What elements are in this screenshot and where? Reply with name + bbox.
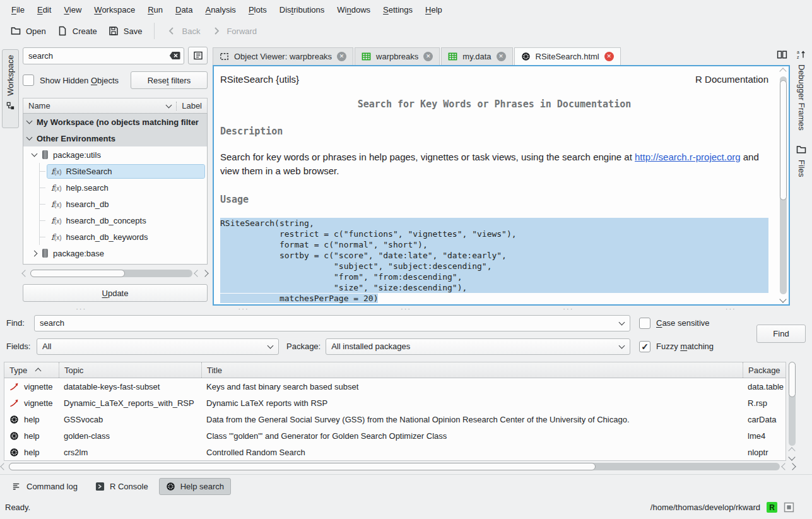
debugger-frames-dock-tab[interactable]: Debugger Frames xyxy=(796,49,806,131)
usage-code-block[interactable]: RSiteSearch(string, restrict = c("functi… xyxy=(220,218,768,304)
scrollbar-thumb[interactable] xyxy=(9,463,596,470)
result-type[interactable]: vignette xyxy=(4,378,59,395)
horizontal-splitter[interactable]: ··············· xyxy=(0,306,812,311)
package-combobox[interactable]: All installed packages xyxy=(326,338,630,355)
menu-data[interactable]: Data xyxy=(169,3,199,17)
menu-view[interactable]: View xyxy=(57,3,88,17)
fuzzy-matching-checkbox[interactable] xyxy=(639,341,650,352)
chevron-down-icon[interactable] xyxy=(26,118,33,124)
name-column-header[interactable]: Name xyxy=(28,101,50,110)
tree-item-hsearch-db-concepts[interactable]: f(x)hsearch_db_concepts xyxy=(40,212,207,229)
chevron-down-icon[interactable] xyxy=(26,134,33,141)
result-title[interactable]: Controlled Random Search xyxy=(201,444,743,460)
workspace-dock-tab[interactable]: Workspace xyxy=(2,49,19,128)
topic-column-header[interactable]: Topic xyxy=(59,362,201,378)
type-column-header[interactable]: Type xyxy=(4,362,59,378)
menu-help[interactable]: Help xyxy=(419,3,449,17)
tree-item-rsitesearch[interactable]: f(x)RSiteSearch xyxy=(40,163,207,179)
help-search-tab[interactable]: Help search xyxy=(159,478,231,495)
tree-section-other-environments[interactable]: Other Environments xyxy=(23,130,207,146)
result-title[interactable]: Data from the General Social Survey (GSS… xyxy=(201,411,743,427)
menu-bar: File Edit View Workspace Run Data Analys… xyxy=(0,0,812,19)
scrollbar-thumb[interactable] xyxy=(780,80,787,200)
scroll-down-arrow[interactable] xyxy=(779,295,786,302)
chevron-down-icon[interactable] xyxy=(32,151,38,157)
close-icon[interactable] xyxy=(337,52,346,61)
find-combobox[interactable] xyxy=(34,315,630,331)
scroll-left-arrow[interactable] xyxy=(194,270,201,277)
tree-item-hsearch-db-keywords[interactable]: f(x)hsearch_db_keywords xyxy=(40,229,207,245)
fields-combobox[interactable]: All xyxy=(37,338,279,355)
menu-file[interactable]: File xyxy=(5,3,31,17)
tree-item-hsearch-db[interactable]: f(x)hsearch_db xyxy=(40,196,207,212)
close-icon[interactable] xyxy=(604,52,614,61)
result-topic[interactable]: crs2lm xyxy=(59,444,201,460)
scroll-up-arrow[interactable] xyxy=(779,68,786,75)
title-column-header[interactable]: Title xyxy=(201,362,743,378)
result-type[interactable]: help xyxy=(4,427,59,444)
scroll-left-arrow[interactable] xyxy=(781,463,788,470)
clear-search-icon[interactable] xyxy=(169,51,180,60)
tab-my-data[interactable]: my.data xyxy=(441,47,512,65)
files-dock-tab[interactable]: Files xyxy=(796,145,806,177)
show-hidden-checkbox[interactable] xyxy=(23,75,34,86)
reset-filters-button[interactable]: Reset filters xyxy=(131,71,208,89)
find-input[interactable] xyxy=(35,316,630,331)
tab-rsitesearch-html[interactable]: RSiteSearch.html xyxy=(514,47,621,65)
scroll-left-arrow[interactable] xyxy=(21,270,28,277)
result-package[interactable]: nloptr xyxy=(743,444,787,460)
scroll-right-arrow[interactable] xyxy=(201,270,208,277)
create-button[interactable]: Create xyxy=(52,22,103,40)
filter-options-button[interactable] xyxy=(188,47,208,64)
chevron-right-icon[interactable] xyxy=(32,250,38,256)
scrollbar-thumb[interactable] xyxy=(30,270,125,277)
open-button[interactable]: Open xyxy=(5,22,52,40)
update-button[interactable]: Update xyxy=(23,284,208,302)
split-view-button[interactable] xyxy=(777,49,787,60)
save-button[interactable]: Save xyxy=(103,22,148,40)
command-log-tab[interactable]: Command log xyxy=(5,478,85,495)
result-topic[interactable]: golden-class xyxy=(59,427,201,444)
interrupt-r-icon[interactable] xyxy=(784,502,794,513)
result-title[interactable]: Class '"golden"' and Generator for Golde… xyxy=(201,427,743,444)
result-package[interactable]: data.table xyxy=(743,378,787,395)
case-sensitive-checkbox[interactable] xyxy=(639,318,650,329)
result-topic[interactable]: Dynamic_LaTeX_reports_with_RSP xyxy=(59,395,201,411)
result-title[interactable]: Dynamic LaTeX reports with RSP xyxy=(201,395,743,411)
forward-button[interactable]: Forward xyxy=(206,22,262,40)
close-icon[interactable] xyxy=(423,52,433,61)
r-engine-status-badge: R xyxy=(767,502,777,513)
menu-run[interactable]: Run xyxy=(141,3,169,17)
result-package[interactable]: carData xyxy=(743,411,787,427)
result-type[interactable]: help xyxy=(4,444,59,460)
menu-settings[interactable]: Settings xyxy=(377,3,419,17)
close-icon[interactable] xyxy=(497,52,506,61)
menu-windows[interactable]: Windows xyxy=(331,3,377,17)
menu-workspace[interactable]: Workspace xyxy=(88,3,141,17)
menu-plots[interactable]: Plots xyxy=(242,3,273,17)
result-title[interactable]: Keys and fast binary search based subset xyxy=(201,378,743,395)
result-topic[interactable]: GSSvocab xyxy=(59,411,201,427)
tab-warpbreaks[interactable]: warpbreaks xyxy=(355,47,440,65)
search-r-project-link[interactable]: http://search.r-project.org xyxy=(635,152,741,162)
tree-item-help-search[interactable]: f(x)help.search xyxy=(40,179,207,196)
r-console-tab[interactable]: R Console xyxy=(88,478,155,495)
menu-distributions[interactable]: Distributions xyxy=(273,3,331,17)
back-button[interactable]: Back xyxy=(161,22,206,40)
package-column-header[interactable]: Package xyxy=(743,362,787,378)
label-column-header[interactable]: Label xyxy=(182,101,202,110)
tab-object-viewer-warpbreaks[interactable]: Object Viewer: warpbreaks xyxy=(213,47,353,65)
result-package[interactable]: lme4 xyxy=(743,427,787,444)
tree-section-my-workspace[interactable]: My Workspace (no objects matching filter xyxy=(23,114,207,130)
menu-analysis[interactable]: Analysis xyxy=(199,3,242,17)
result-type[interactable]: help xyxy=(4,411,59,427)
scroll-left-arrow[interactable] xyxy=(0,463,7,470)
result-type[interactable]: vignette xyxy=(4,395,59,411)
tree-item-package-base[interactable]: package:base xyxy=(23,245,207,261)
tree-item-package-utils[interactable]: package:utils xyxy=(23,146,207,163)
result-topic[interactable]: datatable-keys-fast-subset xyxy=(59,378,201,395)
result-package[interactable]: R.rsp xyxy=(743,395,787,411)
menu-edit[interactable]: Edit xyxy=(31,3,57,17)
results-header: Type Topic Title Package xyxy=(4,362,786,378)
object-filter-input[interactable] xyxy=(23,47,184,64)
